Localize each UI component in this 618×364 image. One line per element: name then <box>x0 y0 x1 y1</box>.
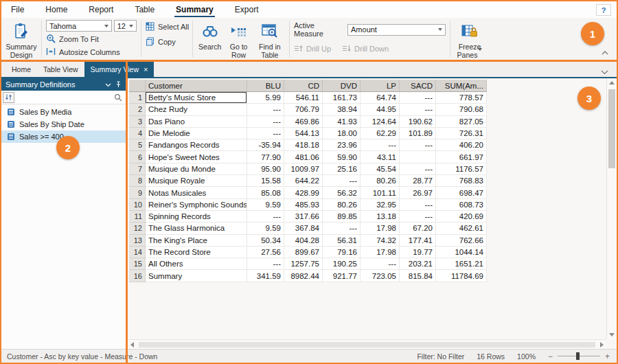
value-cell[interactable]: 1009.97 <box>284 163 323 175</box>
value-cell[interactable]: 921.77 <box>323 270 360 282</box>
value-cell[interactable]: 25.16 <box>323 163 360 175</box>
scroll-right-icon[interactable] <box>600 342 604 348</box>
value-cell[interactable]: 26.97 <box>400 187 436 198</box>
pin-icon[interactable] <box>115 81 122 88</box>
menu-item[interactable]: Home <box>44 3 69 17</box>
value-cell[interactable]: 203.21 <box>400 258 436 270</box>
value-cell[interactable]: 74.32 <box>360 235 400 247</box>
row-number[interactable]: 9 <box>129 187 146 198</box>
row-number[interactable]: 12 <box>129 223 146 234</box>
row-number[interactable]: 15 <box>129 258 146 270</box>
value-cell[interactable]: 13.18 <box>360 211 400 223</box>
row-number[interactable]: 1 <box>129 92 146 104</box>
value-cell[interactable]: 15.58 <box>247 175 284 187</box>
vertical-scrollbar[interactable] <box>606 78 617 339</box>
sort-definitions-button[interactable] <box>3 92 14 103</box>
customer-cell[interactable]: Notas Musicales <box>146 187 247 198</box>
menu-item[interactable]: File <box>10 3 25 17</box>
row-number[interactable]: 11 <box>129 211 146 223</box>
value-cell[interactable]: 827.05 <box>436 116 487 128</box>
value-cell[interactable]: 1176.57 <box>436 163 487 175</box>
value-cell[interactable]: --- <box>400 139 436 151</box>
column-header[interactable]: BLU <box>247 80 284 92</box>
value-cell[interactable]: 85.08 <box>247 187 284 198</box>
value-cell[interactable]: 5.99 <box>247 92 284 104</box>
value-cell[interactable]: 544.13 <box>284 128 323 139</box>
value-cell[interactable]: --- <box>400 199 436 211</box>
value-cell[interactable]: --- <box>247 258 284 270</box>
value-cell[interactable]: 9.59 <box>247 199 284 211</box>
value-cell[interactable]: --- <box>323 223 360 234</box>
header-corner-cell[interactable] <box>129 80 146 92</box>
value-cell[interactable]: 481.06 <box>284 151 323 163</box>
find-in-table-button[interactable]: Find in Table <box>253 20 286 58</box>
value-cell[interactable]: 177.41 <box>400 235 436 247</box>
definition-item[interactable]: Sales By Ship Date <box>1 118 126 130</box>
value-cell[interactable]: --- <box>400 92 436 104</box>
value-cell[interactable]: 11784.69 <box>436 270 487 282</box>
value-cell[interactable]: --- <box>360 139 400 151</box>
value-cell[interactable]: 80.26 <box>323 199 360 211</box>
row-number[interactable]: 8 <box>129 175 146 187</box>
view-tab[interactable]: Table View <box>37 62 84 77</box>
value-cell[interactable]: 790.68 <box>436 104 487 115</box>
value-cell[interactable]: 9.59 <box>247 223 284 234</box>
menu-item[interactable]: Export <box>233 3 260 17</box>
customer-cell[interactable]: Die Melodie <box>146 128 247 139</box>
row-number[interactable]: 16 <box>129 270 146 282</box>
value-cell[interactable]: --- <box>247 104 284 115</box>
value-cell[interactable]: 723.05 <box>360 270 400 282</box>
customer-cell[interactable]: Chez Rudy <box>146 104 247 115</box>
collapse-ribbon-button[interactable] <box>602 45 608 58</box>
value-cell[interactable]: 1651.21 <box>436 258 487 270</box>
value-cell[interactable]: 1044.14 <box>436 247 487 258</box>
customer-cell[interactable]: Musique Royale <box>146 175 247 187</box>
value-cell[interactable]: 608.73 <box>436 199 487 211</box>
value-cell[interactable]: --- <box>247 211 284 223</box>
customer-cell[interactable]: The Glass Harmonica <box>146 223 247 234</box>
value-cell[interactable]: 341.59 <box>247 270 284 282</box>
view-tab[interactable]: Summary View × <box>84 62 154 77</box>
value-cell[interactable]: 546.11 <box>284 92 323 104</box>
customer-cell[interactable]: Fandangos Records <box>146 139 247 151</box>
value-cell[interactable]: 190.25 <box>323 258 360 270</box>
value-cell[interactable]: 428.99 <box>284 187 323 198</box>
value-cell[interactable]: 79.16 <box>323 247 360 258</box>
value-cell[interactable]: 77.90 <box>247 151 284 163</box>
value-cell[interactable]: 27.56 <box>247 247 284 258</box>
menu-item[interactable]: Summary <box>174 3 215 17</box>
freeze-panes-button[interactable]: Freeze Panes <box>451 20 488 58</box>
value-cell[interactable]: 762.66 <box>436 235 487 247</box>
value-cell[interactable]: 418.18 <box>284 139 323 151</box>
column-header[interactable]: LP <box>360 80 400 92</box>
zoom-slider-track[interactable] <box>558 356 600 356</box>
drill-up-button[interactable]: Drill Up <box>294 43 331 54</box>
customer-cell[interactable]: Hope's Sweet Notes <box>146 151 247 163</box>
value-cell[interactable]: 44.95 <box>360 104 400 115</box>
value-cell[interactable]: 404.28 <box>284 235 323 247</box>
value-cell[interactable]: 462.61 <box>436 223 487 234</box>
value-cell[interactable]: 17.98 <box>360 223 400 234</box>
column-header[interactable]: DVD <box>323 80 360 92</box>
value-cell[interactable]: 899.67 <box>284 247 323 258</box>
value-cell[interactable]: 406.20 <box>436 139 487 151</box>
value-cell[interactable]: 469.86 <box>284 116 323 128</box>
scroll-down-icon[interactable] <box>609 333 615 337</box>
font-family-select[interactable]: Tahoma <box>46 20 112 32</box>
value-cell[interactable]: 19.77 <box>400 247 436 258</box>
zoom-in-button[interactable]: + <box>605 352 610 361</box>
row-number[interactable]: 6 <box>129 151 146 163</box>
value-cell[interactable]: 706.79 <box>284 104 323 115</box>
row-number[interactable]: 4 <box>129 128 146 139</box>
value-cell[interactable]: 698.47 <box>436 187 487 198</box>
value-cell[interactable]: 815.84 <box>400 270 436 282</box>
value-cell[interactable]: --- <box>400 163 436 175</box>
definition-search-input[interactable] <box>16 93 112 102</box>
value-cell[interactable]: --- <box>400 211 436 223</box>
value-cell[interactable]: --- <box>360 258 400 270</box>
value-cell[interactable]: 59.90 <box>323 151 360 163</box>
scroll-left-icon[interactable] <box>130 342 134 348</box>
value-cell[interactable]: --- <box>323 175 360 187</box>
value-cell[interactable] <box>400 151 436 163</box>
zoom-out-button[interactable]: − <box>548 352 553 361</box>
